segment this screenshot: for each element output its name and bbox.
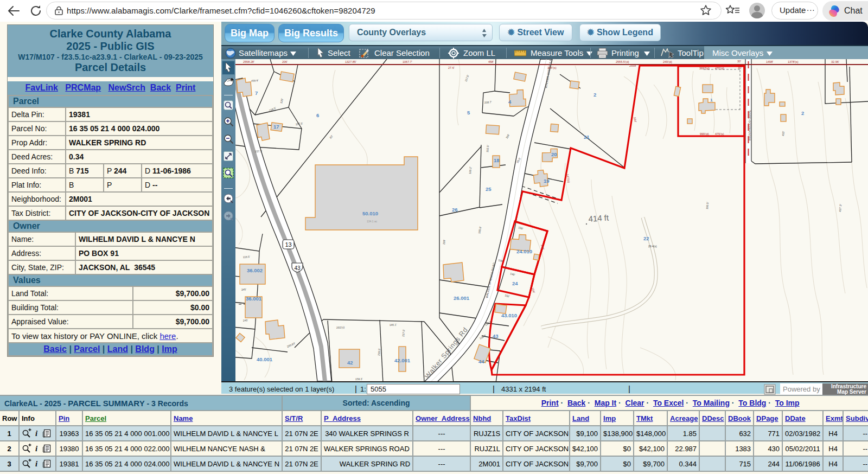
svg-text:2558': 2558' [629,64,636,67]
svg-text:26: 26 [452,207,458,213]
svg-text:134.1 ac: 134.1 ac [367,220,378,223]
svg-text:1498': 1498' [766,60,773,63]
svg-text:208.7': 208.7' [484,100,492,104]
svg-text:18: 18 [494,157,500,163]
svg-text:42.001: 42.001 [394,357,411,363]
svg-text:209': 209' [442,239,446,245]
svg-text:152.5': 152.5' [486,145,489,152]
svg-text:43.010: 43.010 [501,312,517,318]
svg-text:17: 17 [273,124,279,130]
svg-text:29.4(s): 29.4(s) [648,245,657,248]
svg-text:345': 345' [241,287,247,291]
svg-text:4: 4 [508,99,512,105]
svg-text:458': 458' [488,60,494,63]
svg-text:22: 22 [643,235,649,241]
svg-text:160.5': 160.5' [705,202,709,209]
svg-text:237.5': 237.5' [255,149,263,153]
svg-text:417'.3': 417'.3' [838,204,842,212]
svg-text:24.010: 24.010 [516,248,532,254]
svg-text:43: 43 [294,265,301,271]
svg-text:36.002: 36.002 [247,267,263,273]
svg-text:40.001: 40.001 [257,356,273,362]
svg-text:3697(d): 3697(d) [699,67,710,70]
svg-text:158.3': 158.3' [355,377,363,381]
svg-text:32.96': 32.96' [831,60,839,63]
svg-text:26.001: 26.001 [454,295,470,301]
svg-text:116.5': 116.5' [243,255,251,259]
svg-text:50.010: 50.010 [362,210,378,216]
svg-text:1067.7': 1067.7' [403,60,412,63]
svg-text:1: 1 [710,98,713,103]
svg-text:459.9': 459.9' [251,79,259,82]
svg-text:2558.28': 2558.28' [243,60,254,63]
svg-text:479'(s): 479'(s) [715,132,724,136]
svg-text:470'(d): 470'(d) [715,67,724,70]
svg-text:44: 44 [478,358,484,364]
svg-text:1378'(s): 1378'(s) [788,60,799,63]
svg-text:i: i [35,459,38,468]
svg-text:25: 25 [486,186,492,192]
svg-text:164'(s): 164'(s) [547,66,557,69]
svg-text:5: 5 [467,110,470,116]
svg-text:1327.85': 1327.85' [345,60,356,63]
svg-text:30': 30' [738,66,742,69]
svg-text:43: 43 [493,333,499,339]
svg-text:36.001: 36.001 [246,296,262,302]
svg-text:217.5': 217.5' [401,329,405,337]
svg-text:19: 19 [544,178,550,184]
svg-text:293'(s): 293'(s) [336,325,345,329]
svg-text:BROOKWOOD DRIVE: BROOKWOOD DRIVE [748,110,751,140]
svg-text:6: 6 [316,112,319,118]
svg-text:i: i [35,444,38,453]
svg-text:245': 245' [243,318,248,322]
svg-text:100.2': 100.2' [468,166,472,174]
svg-text:414 ft: 414 ft [588,213,609,223]
svg-text:146.1': 146.1' [390,323,397,326]
svg-text:42: 42 [347,360,353,366]
svg-text:21: 21 [584,134,590,140]
svg-text:249'(d): 249'(d) [663,60,672,63]
svg-text:13: 13 [285,241,291,248]
svg-text:i: i [35,429,38,438]
svg-text:2555.5'(d): 2555.5'(d) [616,60,629,63]
svg-text:2: 2 [593,92,596,98]
svg-text:2: 2 [801,110,804,116]
svg-text:413': 413' [781,131,785,136]
svg-text:7: 7 [255,90,258,96]
svg-text:999'(d): 999'(d) [700,132,709,136]
svg-text:27.6': 27.6' [448,66,455,69]
svg-text:206': 206' [282,60,288,63]
svg-text:216.5': 216.5' [377,348,381,356]
svg-text:24: 24 [512,280,518,286]
svg-text:20: 20 [551,151,557,157]
svg-text:30': 30' [737,60,741,63]
